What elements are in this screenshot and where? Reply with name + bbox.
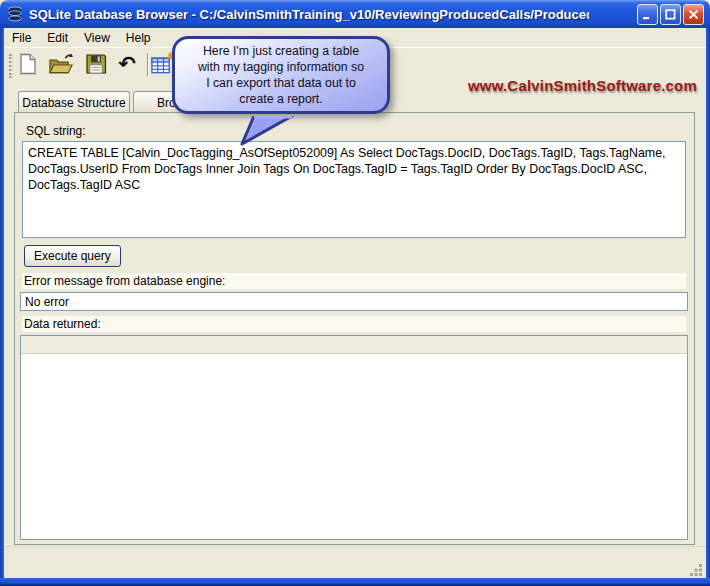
save-icon[interactable] [83, 51, 109, 77]
window-title: SQLite Database Browser - C:/CalvinSmith… [29, 7, 589, 22]
menu-file[interactable]: File [4, 30, 39, 46]
close-icon[interactable] [683, 4, 704, 25]
sql-input[interactable]: CREATE TABLE [Calvin_DocTagging_AsOfSept… [22, 141, 686, 238]
callout-tail [240, 116, 300, 148]
data-returned-label: Data returned: [22, 316, 686, 332]
toolbar-separator [147, 53, 149, 76]
callout-line: create a report. [239, 91, 322, 107]
app-database-icon[interactable] [7, 6, 23, 22]
maximize-icon[interactable] [660, 4, 681, 25]
callout-line: I can export that data out to [206, 75, 356, 91]
window-border-right [706, 28, 710, 578]
undo-icon[interactable]: ↶ [114, 51, 140, 77]
sql-string-label: SQL string: [26, 124, 86, 138]
error-message-field[interactable] [20, 292, 688, 311]
title-bar: SQLite Database Browser - C:/CalvinSmith… [0, 0, 710, 28]
menu-help[interactable]: Help [118, 30, 159, 46]
menu-view[interactable]: View [76, 30, 118, 46]
minimize-icon[interactable] [637, 4, 658, 25]
window-controls [637, 4, 704, 25]
window-border-bottom [0, 578, 710, 586]
menu-edit[interactable]: Edit [39, 30, 76, 46]
open-folder-icon[interactable] [48, 51, 74, 77]
callout-line: Here I'm just creating a table [203, 43, 359, 59]
status-bar [4, 546, 706, 578]
table-header [21, 336, 687, 354]
resize-grip-icon[interactable] [690, 564, 703, 577]
watermark-top: www.CalvinSmithSoftware.com [468, 77, 697, 94]
tab-label: Database Structure [22, 96, 125, 110]
data-returned-table[interactable] [20, 335, 688, 540]
annotation-callout: Here I'm just creating a table with my t… [172, 36, 390, 114]
new-file-icon[interactable] [15, 51, 41, 77]
toolbar-grip[interactable] [9, 54, 13, 78]
callout-line: with my tagging information so [198, 59, 364, 75]
execute-query-button[interactable]: Execute query [24, 245, 121, 267]
error-message-label: Error message from database engine: [22, 273, 686, 289]
app-window: SQLite Database Browser - C:/CalvinSmith… [0, 0, 710, 586]
window-border-left [0, 28, 4, 578]
tab-database-structure[interactable]: Database Structure [18, 91, 130, 113]
